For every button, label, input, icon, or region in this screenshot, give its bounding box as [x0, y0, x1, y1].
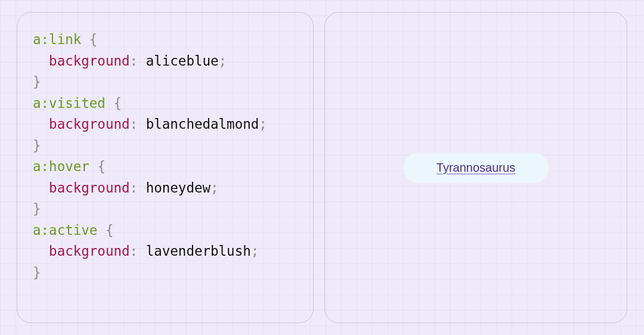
property: background	[49, 53, 129, 69]
code-panel: a:link { background: aliceblue; } a:visi…	[17, 12, 314, 323]
property: background	[49, 180, 129, 196]
value: aliceblue	[146, 53, 219, 69]
value: blanchedalmond	[146, 116, 259, 132]
selector: a:link	[33, 32, 81, 47]
preview-panel: Tyrannosaurus	[324, 12, 627, 323]
value: honeydew	[146, 180, 210, 196]
preview-link[interactable]: Tyrannosaurus	[436, 161, 515, 174]
link-preview-pill: Tyrannosaurus	[403, 153, 549, 183]
selector: a:visited	[33, 95, 106, 111]
selector: a:hover	[33, 159, 89, 174]
selector: a:active	[33, 222, 97, 238]
property: background	[49, 243, 129, 259]
property: background	[49, 116, 129, 132]
value: lavenderblush	[146, 243, 251, 259]
css-code-block: a:link { background: aliceblue; } a:visi…	[33, 29, 298, 283]
